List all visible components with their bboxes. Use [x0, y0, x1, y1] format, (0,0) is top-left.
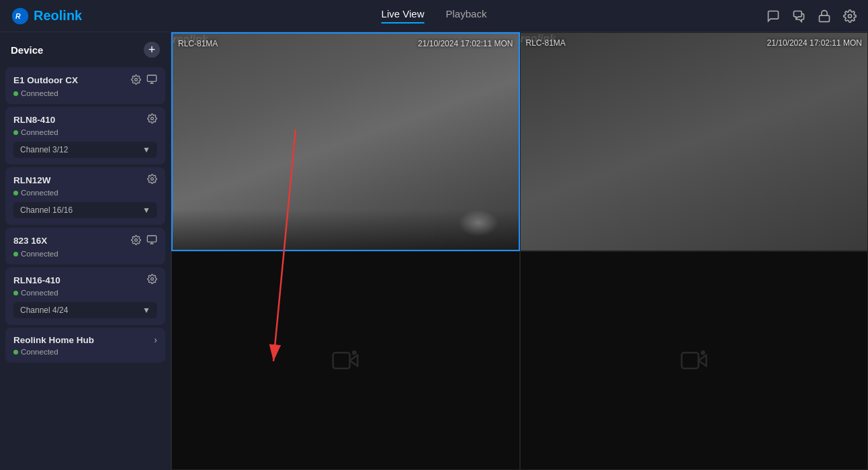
cam-model-2: RLC-81MA	[526, 38, 566, 48]
status-dot-e1	[13, 91, 18, 96]
device-name-hub: Reolink Home Hub	[13, 335, 94, 345]
channel-label-rln16: Channel 4/24	[20, 306, 68, 315]
sidebar-header: Device +	[0, 32, 171, 64]
settings-icon-rln8[interactable]	[147, 113, 157, 126]
svg-text:R: R	[15, 12, 21, 20]
tab-live-view[interactable]: Live View	[382, 8, 425, 23]
video-grid: RLC-81MA 21/10/2024 17:02:11 MON reolink…	[171, 32, 868, 470]
chevron-down-icon-rln12w: ▼	[142, 205, 150, 215]
device-icons-rln16	[147, 274, 157, 286]
svg-point-4	[135, 78, 138, 81]
settings-icon-823[interactable]	[131, 235, 141, 247]
empty-camera-icon-4	[681, 347, 707, 374]
status-dot-rln8	[13, 130, 18, 135]
device-card-rln8-410[interactable]: RLN8-410 Connected Channel 3/12 ▼	[5, 107, 165, 164]
channel-row-rln12w[interactable]: Channel 16/16 ▼	[13, 202, 157, 218]
device-status-hub: Connected	[13, 348, 157, 356]
device-status-rln12w: Connected	[13, 189, 157, 197]
device-name-e1: E1 Outdoor CX	[13, 75, 78, 85]
header-icons	[766, 9, 857, 23]
chat-icon[interactable]	[791, 9, 806, 23]
cam-datetime-1: 21/10/2024 17:02:11 MON	[418, 39, 513, 48]
device-icons-823	[131, 234, 157, 247]
device-card-rln16-410[interactable]: RLN16-410 Connected Channel 4/24 ▼	[5, 267, 165, 325]
svg-rect-2	[820, 15, 830, 21]
device-top-rln16: RLN16-410	[13, 274, 157, 286]
device-status-823: Connected	[13, 250, 157, 258]
nav-tabs: Live View Playback	[382, 8, 487, 23]
device-name-rln16: RLN16-410	[13, 275, 60, 285]
sidebar-title: Device	[11, 44, 43, 56]
status-dot-rln16	[13, 291, 18, 295]
svg-point-14	[701, 350, 705, 355]
settings-icon-e1[interactable]	[131, 75, 141, 87]
video-cell-1[interactable]: RLC-81MA 21/10/2024 17:02:11 MON reolink	[171, 32, 520, 251]
logo-text: Reolink	[34, 8, 82, 23]
device-icons-rln12w	[147, 174, 157, 186]
channel-label-rln8: Channel 3/12	[20, 145, 68, 154]
sidebar: Device + E1 Outdoor CX	[0, 32, 171, 470]
logo: R Reolink	[11, 7, 82, 26]
status-dot-hub	[13, 350, 18, 355]
device-icons-e1	[131, 74, 157, 87]
device-card-home-hub[interactable]: Reolink Home Hub › Connected	[5, 328, 165, 363]
svg-rect-9	[147, 236, 156, 242]
svg-point-10	[151, 278, 154, 281]
chevron-down-icon-rln16: ▼	[142, 306, 150, 315]
svg-point-8	[135, 238, 138, 241]
camera-feed-1: RLC-81MA 21/10/2024 17:02:11 MON reolink	[173, 34, 519, 250]
device-name-rln8: RLN8-410	[13, 115, 55, 125]
extra-icon-e1[interactable]	[146, 74, 157, 87]
device-name-823: 823 16X	[13, 236, 47, 246]
device-top: E1 Outdoor CX	[13, 74, 157, 87]
svg-rect-13	[681, 352, 698, 368]
settings-icon[interactable]	[842, 9, 857, 23]
device-top-hub: Reolink Home Hub ›	[13, 334, 157, 345]
cam-model-1: RLC-81MA	[178, 39, 218, 48]
svg-rect-5	[147, 75, 156, 81]
settings-icon-rln12w[interactable]	[147, 174, 157, 186]
channel-label-rln12w: Channel 16/16	[20, 205, 73, 215]
video-cell-3[interactable]	[171, 251, 520, 470]
lock-icon[interactable]	[817, 9, 832, 23]
device-top-823: 823 16X	[13, 234, 157, 247]
status-dot-rln12w	[13, 191, 18, 195]
svg-point-12	[352, 350, 357, 355]
svg-point-6	[151, 117, 154, 120]
settings-icon-rln16[interactable]	[147, 274, 157, 286]
video-cell-4[interactable]	[520, 251, 869, 470]
device-status-rln8: Connected	[13, 128, 157, 136]
main-layout: Device + E1 Outdoor CX	[0, 32, 868, 470]
device-status-e1: Connected	[13, 89, 157, 97]
feed-light-1	[458, 209, 498, 236]
camera-feed-2: RLC-81MA 21/10/2024 17:02:11 MON reolink	[521, 33, 868, 250]
svg-rect-11	[333, 352, 350, 368]
svg-point-7	[151, 178, 154, 181]
extra-icon-823[interactable]	[146, 234, 157, 247]
device-top-rln8: RLN8-410	[13, 113, 157, 126]
cam-datetime-2: 21/10/2024 17:02:11 MON	[767, 38, 862, 48]
cam-overlay-2: RLC-81MA 21/10/2024 17:02:11 MON	[526, 38, 863, 48]
device-top-rln12w: RLN12W	[13, 174, 157, 186]
device-card-rln12w[interactable]: RLN12W Connected Channel 16/16 ▼	[5, 167, 165, 225]
chevron-right-icon-hub: ›	[154, 334, 157, 345]
add-device-button[interactable]: +	[144, 42, 160, 58]
video-cell-2[interactable]: RLC-81MA 21/10/2024 17:02:11 MON reolink	[520, 32, 869, 251]
empty-camera-icon-3	[332, 347, 359, 374]
device-card-823-16x[interactable]: 823 16X	[5, 228, 165, 265]
tab-playback[interactable]: Playback	[446, 8, 487, 23]
svg-point-3	[849, 14, 852, 17]
channel-row-rln8[interactable]: Channel 3/12 ▼	[13, 142, 157, 158]
device-card-e1-outdoor-cx[interactable]: E1 Outdoor CX	[5, 67, 165, 104]
message-icon[interactable]	[766, 9, 781, 23]
header: R Reolink Live View Playback	[0, 0, 868, 32]
channel-row-rln16[interactable]: Channel 4/24 ▼	[13, 302, 157, 318]
device-status-rln16: Connected	[13, 289, 157, 297]
status-dot-823	[13, 252, 18, 256]
device-icons-rln8	[147, 113, 157, 126]
cam-overlay-1: RLC-81MA 21/10/2024 17:02:11 MON	[178, 39, 513, 48]
chevron-down-icon-rln8: ▼	[142, 145, 150, 154]
device-name-rln12w: RLN12W	[13, 175, 51, 185]
